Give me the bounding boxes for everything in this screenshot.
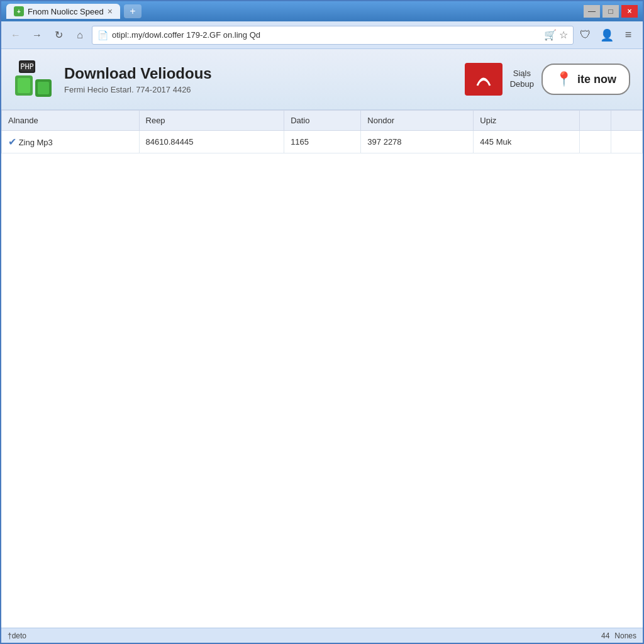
- col-header-extra1: [580, 111, 611, 131]
- window-controls: — □ ×: [584, 5, 638, 18]
- col-header-reep: Reep: [139, 111, 284, 131]
- minimize-button[interactable]: —: [584, 5, 600, 18]
- status-bar: †deto 44 Nones: [1, 628, 643, 643]
- row-col6: [580, 131, 611, 153]
- app-title: Download Veliodous: [64, 65, 455, 82]
- row-datio: 1165: [284, 131, 361, 153]
- col-header-alnande: Alnande: [2, 111, 140, 131]
- reload-button[interactable]: ↻: [49, 26, 68, 45]
- svg-rect-4: [18, 78, 30, 93]
- ite-now-label: ite now: [577, 73, 616, 86]
- shield-icon-button[interactable]: 🛡: [576, 26, 595, 45]
- row-name: Zing Mp3: [19, 138, 53, 147]
- row-reep: 84610.84445: [139, 131, 284, 153]
- col-header-datio: Datio: [284, 111, 361, 131]
- status-right: 44 Nones: [601, 631, 636, 640]
- hamburger-icon: ≡: [625, 28, 632, 42]
- forward-icon: →: [32, 30, 42, 41]
- menu-button[interactable]: ≡: [619, 26, 638, 45]
- ite-now-button[interactable]: 📍 ite now: [541, 64, 630, 95]
- sign-label-line1: Siąls: [510, 69, 534, 79]
- sign-label: Siąls Debup: [510, 69, 534, 90]
- title-bar: + Fnom Nuolicc Speed × + — □ ×: [1, 1, 643, 21]
- browser-tab[interactable]: + Fnom Nuolicc Speed ×: [6, 4, 120, 19]
- row-upiz: 445 Muk: [474, 131, 580, 153]
- address-actions: 🛒 ☆: [544, 29, 568, 41]
- page-header: PHP Download Veliodous Fermi Hecio Estar…: [1, 49, 643, 110]
- table-header-row: Alnande Reep Datio Nondor Upiz: [2, 111, 643, 131]
- app-subtitle: Fermi Hecio Estarl. 774-2017 4426: [64, 85, 455, 94]
- zoom-level: 44: [601, 631, 609, 640]
- bookmark-button[interactable]: ☆: [559, 29, 568, 41]
- toolbar-extra-icons: 🛡 👤 ≡: [576, 26, 638, 45]
- sign-label-line2: Debup: [510, 79, 534, 90]
- avatar-button[interactable]: 👤: [597, 26, 616, 45]
- col-header-upiz: Upiz: [474, 111, 580, 131]
- pin-icon: 📍: [555, 71, 572, 87]
- home-button[interactable]: ⌂: [70, 26, 89, 45]
- home-icon: ⌂: [77, 30, 83, 41]
- address-text: otipl:.my/dowl.coffer 179-2.GF on.ling Q…: [112, 30, 540, 40]
- download-table-area: Alnande Reep Datio Nondor Upiz ✔ Zing Mp…: [1, 110, 643, 628]
- maximize-button[interactable]: □: [602, 5, 619, 18]
- page-menu-button[interactable]: 🛒: [544, 29, 557, 41]
- reload-icon: ↻: [55, 29, 63, 41]
- app-icon: PHP: [14, 59, 54, 99]
- navigation-toolbar: ← → ↻ ⌂ 📄 otipl:.my/dowl.coffer 179-2.GF…: [1, 21, 643, 49]
- row-col7: [611, 131, 642, 153]
- row-checkbox-cell[interactable]: ✔ Zing Mp3: [2, 131, 140, 153]
- row-nondor: 397 2278: [361, 131, 474, 153]
- status-left: †deto: [8, 631, 26, 640]
- row-checkbox[interactable]: ✔: [8, 136, 16, 147]
- download-table: Alnande Reep Datio Nondor Upiz ✔ Zing Mp…: [1, 110, 643, 153]
- status-nones: Nones: [614, 631, 636, 640]
- page-icon: 📄: [97, 30, 108, 40]
- svg-text:PHP: PHP: [20, 62, 34, 71]
- window-close-button[interactable]: ×: [621, 5, 638, 18]
- tab-icon: +: [14, 6, 24, 16]
- header-actions: Siąls Debup 📍 ite now: [465, 63, 630, 96]
- col-header-extra2: [611, 111, 642, 131]
- back-icon: ←: [11, 30, 21, 41]
- table-row: ✔ Zing Mp3 84610.84445 1165 397 2278 445…: [2, 131, 643, 153]
- forward-button[interactable]: →: [28, 26, 47, 45]
- header-text-area: Download Veliodous Fermi Hecio Estarl. 7…: [64, 65, 455, 94]
- tab-close[interactable]: ×: [108, 6, 113, 16]
- back-button[interactable]: ←: [6, 26, 25, 45]
- tab-title: Fnom Nuolicc Speed: [28, 7, 104, 16]
- new-tab-button[interactable]: +: [124, 4, 142, 18]
- browser-window: + Fnom Nuolicc Speed × + — □ × ← → ↻ ⌂ 📄…: [0, 0, 644, 644]
- sign-button[interactable]: [465, 63, 502, 96]
- col-header-nondor: Nondor: [361, 111, 474, 131]
- address-bar[interactable]: 📄 otipl:.my/dowl.coffer 179-2.GF on.ling…: [92, 26, 574, 45]
- svg-rect-6: [38, 82, 49, 94]
